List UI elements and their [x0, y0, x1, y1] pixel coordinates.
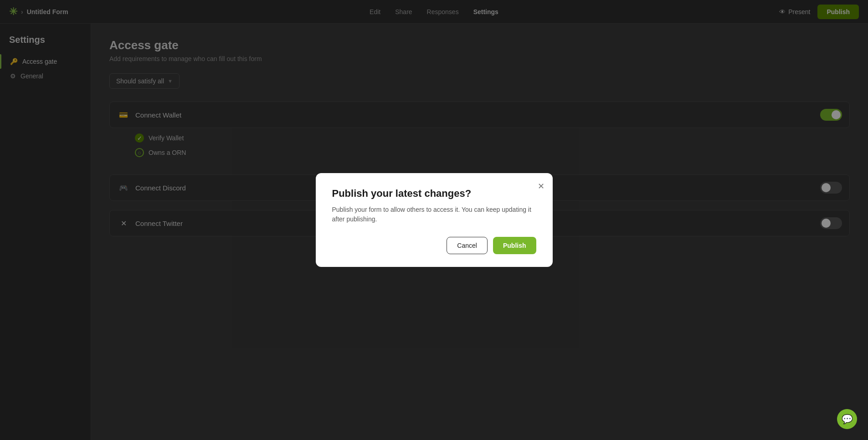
publish-modal: ✕ Publish your latest changes? Publish y… [316, 173, 553, 267]
modal-title: Publish your latest changes? [332, 188, 536, 200]
chat-icon: 💬 [842, 414, 853, 425]
modal-body: Publish your form to allow others to acc… [332, 205, 536, 224]
cancel-button[interactable]: Cancel [447, 237, 488, 254]
modal-close-button[interactable]: ✕ [538, 181, 544, 191]
chat-bubble[interactable]: 💬 [837, 409, 857, 429]
modal-overlay: ✕ Publish your latest changes? Publish y… [0, 0, 868, 440]
modal-actions: Cancel Publish [332, 237, 536, 254]
modal-publish-button[interactable]: Publish [493, 237, 536, 254]
